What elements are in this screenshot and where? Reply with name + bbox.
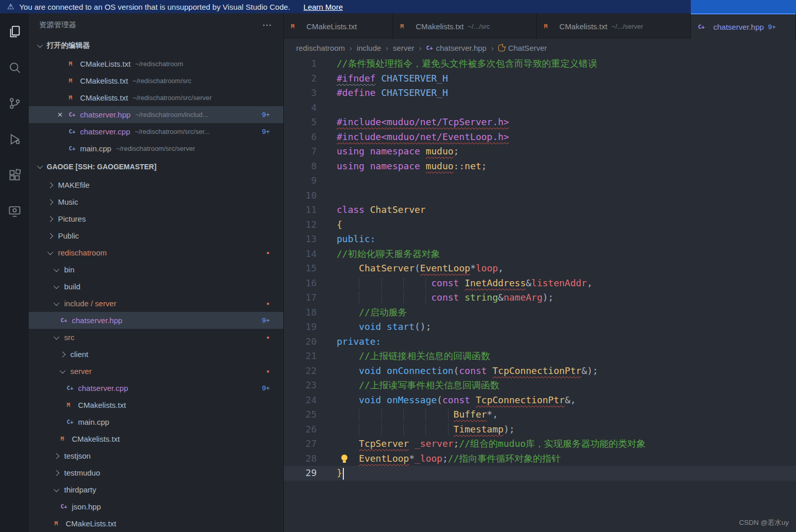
- explorer-sidebar: 资源管理器 ⋯ 打开的编辑器 MCMakeLists.txt~/redischa…: [29, 13, 283, 532]
- code-line-20: 20private:: [284, 334, 796, 349]
- tab-chatserver.hpp[interactable]: C+chatserver.hpp9+: [691, 13, 796, 39]
- file-tree: MAKEfileMusicPicturesPublicredischatroom…: [29, 176, 283, 532]
- breadcrumb-item-server[interactable]: server: [393, 44, 415, 52]
- indent-guide: [381, 277, 382, 290]
- tree-folder-include / server[interactable]: include / server●: [29, 295, 283, 312]
- chevron-right-icon: [47, 182, 53, 188]
- tree-file-main.cpp[interactable]: C+main.cpp: [29, 413, 283, 430]
- chevron-down-icon: [53, 486, 59, 491]
- source-control-icon[interactable]: [0, 85, 29, 121]
- tree-folder-Pictures[interactable]: Pictures: [29, 210, 283, 227]
- tree-folder-client[interactable]: client: [29, 346, 283, 363]
- tree-folder-thirdparty[interactable]: thirdparty: [29, 481, 283, 498]
- tab-CMakelists.txt[interactable]: MCMakelists.txt~/.../src: [393, 13, 537, 39]
- tree-file-json.hpp[interactable]: C+json.hpp: [29, 498, 283, 515]
- activity-bar: [0, 13, 29, 532]
- tree-file-chatserver.cpp[interactable]: C+chatserver.cpp9+: [29, 380, 283, 397]
- watermark: CSDN @若水uy: [739, 518, 789, 527]
- tree-folder-bin[interactable]: bin: [29, 261, 283, 278]
- code-line-22: 22 void onConnection(const TcpConnection…: [284, 364, 796, 379]
- learn-more-link[interactable]: Learn More: [303, 3, 343, 11]
- code-line-17: 17 const string&nameArg);: [284, 290, 796, 305]
- cmake-file-icon: M: [544, 23, 555, 30]
- more-actions-icon[interactable]: ⋯: [262, 19, 273, 31]
- tree-file-chatserver.hpp[interactable]: C+chatserver.hpp9+: [29, 312, 283, 329]
- banner-text: You are connected to an OS version that …: [19, 3, 290, 11]
- indent-guide: [359, 423, 359, 436]
- hpp-file-icon: C+: [61, 503, 72, 510]
- problems-badge: 9+: [262, 111, 270, 119]
- open-editor-item-CMakeLists.txt[interactable]: MCMakeLists.txt~/redischatroom: [29, 55, 283, 72]
- breadcrumb-item-include[interactable]: include: [357, 44, 381, 52]
- code-line-2: 2#ifndef CHATSERVER_H: [284, 71, 796, 86]
- close-icon[interactable]: ×: [57, 110, 69, 119]
- tree-folder-testjson[interactable]: testjson: [29, 447, 283, 464]
- hpp-file-icon: C+: [69, 111, 80, 118]
- modified-dot: ●: [266, 301, 269, 306]
- open-editors-section-header[interactable]: 打开的编辑器: [29, 36, 283, 55]
- tree-file-CMakeLists.txt[interactable]: MCMakeLists.txt: [29, 515, 283, 532]
- code-line-15: 15 ChatServer(EventLoop*loop,: [284, 261, 796, 276]
- tree-folder-build[interactable]: build: [29, 278, 283, 295]
- cpp-file-icon: C+: [67, 385, 78, 391]
- chevron-down-icon: [53, 300, 59, 305]
- extensions-icon[interactable]: [0, 157, 29, 193]
- breadcrumb-item-ChatServer[interactable]: ChatServer: [498, 44, 547, 52]
- tree-file-CMakelists.txt[interactable]: MCMakelists.txt: [29, 430, 283, 447]
- tree-folder-Public[interactable]: Public: [29, 227, 283, 244]
- code-line-18: 18 //启动服务: [284, 305, 796, 320]
- code-line-25: 25 Buffer*,: [284, 407, 796, 422]
- open-editor-item-CMakelists.txt[interactable]: MCMakelists.txt~/redischatroom/src: [29, 72, 283, 89]
- indent-guide: [359, 277, 359, 290]
- code-line-16: 16 const InetAddress&listenAddr,: [284, 276, 796, 291]
- code-line-19: 19 void start();: [284, 320, 796, 334]
- code-editor[interactable]: 1//条件预处理指令，避免头文件被多次包含而导致的重定义错误2#ifndef C…: [284, 56, 796, 532]
- warning-icon: ⚠: [7, 2, 14, 11]
- tree-folder-testmuduo[interactable]: testmuduo: [29, 464, 283, 481]
- breadcrumb-separator: ›: [386, 44, 389, 52]
- run-debug-icon[interactable]: [0, 121, 29, 157]
- tab-bar: MCMakeLists.txtMCMakelists.txt~/.../srcM…: [284, 13, 796, 39]
- tree-folder-Music[interactable]: Music: [29, 193, 283, 210]
- remote-explorer-icon[interactable]: [0, 193, 29, 229]
- explorer-icon[interactable]: [0, 13, 29, 49]
- hpp-file-icon: C+: [61, 317, 72, 324]
- breadcrumb-item-chatserver.hpp[interactable]: C+chatserver.hpp: [426, 44, 487, 52]
- open-editor-item-CMakelists.txt[interactable]: MCMakelists.txt~/redischatroom/src/serve…: [29, 89, 283, 106]
- tree-folder-server[interactable]: server●: [29, 363, 283, 380]
- cmake-file-icon: M: [400, 23, 412, 30]
- tree-folder-redischatroom[interactable]: redischatroom●: [29, 244, 283, 261]
- tab-CMakeLists.txt[interactable]: MCMakeLists.txt: [284, 13, 393, 39]
- cmake-file-icon: M: [69, 61, 80, 67]
- cpp-file-icon: C+: [67, 419, 78, 425]
- chevron-down-icon: [60, 367, 65, 373]
- active-tab-accent-strip: [691, 0, 796, 13]
- indent-guide: [381, 291, 382, 304]
- problems-badge: 9+: [262, 384, 270, 392]
- chevron-down-icon: [53, 266, 59, 271]
- indent-guide: [448, 423, 449, 436]
- indent-guide: [359, 291, 359, 304]
- code-line-6: 6#include<muduo/net/EventLoop.h>: [284, 130, 796, 145]
- cpp-file-icon: C+: [69, 145, 80, 152]
- cpp-file-icon: C+: [69, 128, 80, 135]
- open-editor-item-chatserver.cpp[interactable]: C+chatserver.cpp~/redischatroom/src/ser.…: [29, 123, 283, 140]
- open-editor-item-main.cpp[interactable]: C+main.cpp~/redischatroom/src/server: [29, 140, 283, 157]
- open-editor-item-chatserver.hpp[interactable]: ×C+chatserver.hpp~/redischatroom/includ.…: [29, 106, 283, 123]
- cmake-file-icon: M: [69, 77, 80, 84]
- tab-CMakelists.txt[interactable]: MCMakelists.txt~/.../server: [537, 13, 691, 39]
- tree-folder-MAKEfile[interactable]: MAKEfile: [29, 176, 283, 193]
- breadcrumb-item-redischatroom[interactable]: redischatroom: [296, 44, 345, 52]
- chevron-right-icon: [53, 453, 59, 459]
- tree-file-CMakelists.txt[interactable]: MCMakelists.txt: [29, 397, 283, 413]
- code-line-11: 11class ChatServer: [284, 203, 796, 218]
- code-line-4: 4: [284, 101, 796, 115]
- indent-guide: [381, 423, 382, 436]
- breadcrumb-separator: ›: [419, 44, 421, 52]
- indent-guide: [403, 291, 404, 304]
- tree-folder-src[interactable]: src●: [29, 329, 283, 346]
- workspace-section-header[interactable]: GAOGE [SSH: GAOGEMASTER]: [29, 157, 283, 176]
- search-icon[interactable]: [0, 49, 29, 85]
- workspace-header-label: GAOGE [SSH: GAOGEMASTER]: [47, 163, 157, 171]
- chevron-right-icon: [53, 470, 59, 476]
